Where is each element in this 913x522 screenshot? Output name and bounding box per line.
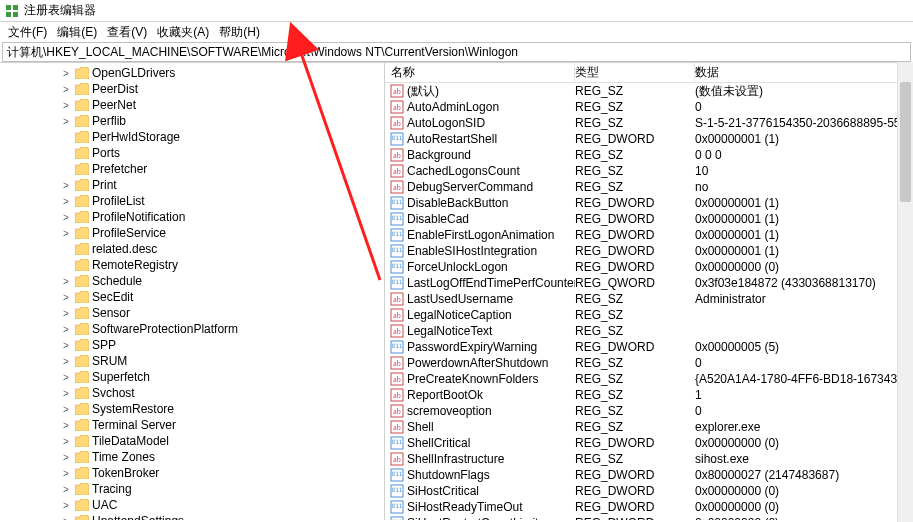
value-row[interactable]: 011LastLogOffEndTimePerfCounterREG_QWORD… xyxy=(385,275,913,291)
value-row[interactable]: 011ShellCriticalREG_DWORD0x00000000 (0) xyxy=(385,435,913,451)
col-header-type[interactable]: 类型 xyxy=(575,63,695,82)
tree-item[interactable]: >UnattendSettings xyxy=(0,513,384,520)
col-header-name[interactable]: 名称 xyxy=(385,63,575,82)
chevron-right-icon[interactable]: > xyxy=(60,356,72,367)
chevron-right-icon[interactable]: > xyxy=(60,436,72,447)
tree-item[interactable]: >Superfetch xyxy=(0,369,384,385)
value-row[interactable]: abReportBootOkREG_SZ1 xyxy=(385,387,913,403)
value-row[interactable]: 011SiHostCriticalREG_DWORD0x00000000 (0) xyxy=(385,483,913,499)
address-bar[interactable]: 计算机\HKEY_LOCAL_MACHINE\SOFTWARE\Microsof… xyxy=(2,42,911,62)
svg-text:ab: ab xyxy=(393,183,401,192)
tree-item[interactable]: PerHwIdStorage xyxy=(0,129,384,145)
chevron-right-icon[interactable]: > xyxy=(60,68,72,79)
chevron-right-icon[interactable]: > xyxy=(60,372,72,383)
tree-item[interactable]: >SRUM xyxy=(0,353,384,369)
tree-item[interactable]: >Terminal Server xyxy=(0,417,384,433)
menu-help[interactable]: 帮助(H) xyxy=(215,24,264,41)
chevron-right-icon[interactable]: > xyxy=(60,340,72,351)
value-row[interactable]: abShellREG_SZexplorer.exe xyxy=(385,419,913,435)
value-row[interactable]: 011SiHostReadyTimeOutREG_DWORD0x00000000… xyxy=(385,499,913,515)
tree-item[interactable]: >SoftwareProtectionPlatform xyxy=(0,321,384,337)
tree-item[interactable]: >ProfileList xyxy=(0,193,384,209)
value-row[interactable]: abLegalNoticeTextREG_SZ xyxy=(385,323,913,339)
binary-value-icon: 011 xyxy=(389,212,405,226)
tree-item[interactable]: >SystemRestore xyxy=(0,401,384,417)
tree-item[interactable]: >TileDataModel xyxy=(0,433,384,449)
chevron-right-icon[interactable]: > xyxy=(60,276,72,287)
value-row[interactable]: abPreCreateKnownFoldersREG_SZ{A520A1A4-1… xyxy=(385,371,913,387)
tree-item[interactable]: Ports xyxy=(0,145,384,161)
value-row[interactable]: abLegalNoticeCaptionREG_SZ xyxy=(385,307,913,323)
tree-pane[interactable]: >OpenGLDrivers>PeerDist>PeerNet>PerflibP… xyxy=(0,63,385,520)
value-row[interactable]: 011AutoRestartShellREG_DWORD0x00000001 (… xyxy=(385,131,913,147)
value-row[interactable]: abLastUsedUsernameREG_SZAdministrator xyxy=(385,291,913,307)
col-header-data[interactable]: 数据 xyxy=(695,63,913,82)
value-row[interactable]: abscremoveoptionREG_SZ0 xyxy=(385,403,913,419)
value-row[interactable]: abShellInfrastructureREG_SZsihost.exe xyxy=(385,451,913,467)
chevron-right-icon[interactable]: > xyxy=(60,452,72,463)
tree-item[interactable]: >Sensor xyxy=(0,305,384,321)
tree-item[interactable]: >SecEdit xyxy=(0,289,384,305)
tree-item[interactable]: >Time Zones xyxy=(0,449,384,465)
menu-edit[interactable]: 编辑(E) xyxy=(53,24,101,41)
vertical-scrollbar[interactable] xyxy=(897,62,913,522)
value-row[interactable]: 011EnableFirstLogonAnimationREG_DWORD0x0… xyxy=(385,227,913,243)
tree-item[interactable]: related.desc xyxy=(0,241,384,257)
value-row[interactable]: 011SiHostRestartCountLimitREG_DWORD0x000… xyxy=(385,515,913,520)
tree-item[interactable]: >PeerNet xyxy=(0,97,384,113)
chevron-right-icon[interactable]: > xyxy=(60,180,72,191)
chevron-right-icon[interactable]: > xyxy=(60,516,72,521)
list-pane[interactable]: 名称 类型 数据 ab(默认)REG_SZ(数值未设置)abAutoAdminL… xyxy=(385,63,913,520)
chevron-right-icon[interactable]: > xyxy=(60,324,72,335)
value-row[interactable]: 011ForceUnlockLogonREG_DWORD0x00000000 (… xyxy=(385,259,913,275)
chevron-right-icon[interactable]: > xyxy=(60,212,72,223)
chevron-right-icon[interactable]: > xyxy=(60,228,72,239)
string-value-icon: ab xyxy=(389,292,405,306)
chevron-right-icon[interactable]: > xyxy=(60,420,72,431)
value-row[interactable]: abBackgroundREG_SZ0 0 0 xyxy=(385,147,913,163)
menu-file[interactable]: 文件(F) xyxy=(4,24,51,41)
chevron-right-icon[interactable]: > xyxy=(60,292,72,303)
tree-item[interactable]: >SPP xyxy=(0,337,384,353)
tree-item[interactable]: >UAC xyxy=(0,497,384,513)
chevron-right-icon[interactable]: > xyxy=(60,116,72,127)
tree-item[interactable]: >Schedule xyxy=(0,273,384,289)
value-row[interactable]: abAutoAdminLogonREG_SZ0 xyxy=(385,99,913,115)
tree-item[interactable]: >PeerDist xyxy=(0,81,384,97)
value-row[interactable]: 011PasswordExpiryWarningREG_DWORD0x00000… xyxy=(385,339,913,355)
tree-item[interactable]: >ProfileNotification xyxy=(0,209,384,225)
tree-item[interactable]: >Tracing xyxy=(0,481,384,497)
tree-item[interactable]: RemoteRegistry xyxy=(0,257,384,273)
chevron-right-icon[interactable]: > xyxy=(60,388,72,399)
tree-item[interactable]: >Perflib xyxy=(0,113,384,129)
chevron-right-icon[interactable]: > xyxy=(60,404,72,415)
value-row[interactable]: 011DisableCadREG_DWORD0x00000001 (1) xyxy=(385,211,913,227)
tree-item[interactable]: >TokenBroker xyxy=(0,465,384,481)
tree-item[interactable]: >ProfileService xyxy=(0,225,384,241)
value-row[interactable]: 011EnableSIHostIntegrationREG_DWORD0x000… xyxy=(385,243,913,259)
tree-item[interactable]: Prefetcher xyxy=(0,161,384,177)
value-row[interactable]: 011DisableBackButtonREG_DWORD0x00000001 … xyxy=(385,195,913,211)
value-row[interactable]: ab(默认)REG_SZ(数值未设置) xyxy=(385,83,913,99)
chevron-right-icon[interactable]: > xyxy=(60,100,72,111)
tree-item-label: TokenBroker xyxy=(92,466,159,480)
menu-view[interactable]: 查看(V) xyxy=(103,24,151,41)
menu-favorites[interactable]: 收藏夹(A) xyxy=(153,24,213,41)
chevron-right-icon[interactable]: > xyxy=(60,196,72,207)
tree-item[interactable]: >Svchost xyxy=(0,385,384,401)
folder-icon xyxy=(74,466,90,480)
scrollbar-thumb[interactable] xyxy=(900,82,911,202)
chevron-right-icon[interactable]: > xyxy=(60,484,72,495)
chevron-right-icon[interactable]: > xyxy=(60,468,72,479)
binary-value-icon: 011 xyxy=(389,516,405,520)
value-row[interactable]: abPowerdownAfterShutdownREG_SZ0 xyxy=(385,355,913,371)
tree-item[interactable]: >Print xyxy=(0,177,384,193)
chevron-right-icon[interactable]: > xyxy=(60,84,72,95)
value-row[interactable]: 011ShutdownFlagsREG_DWORD0x80000027 (214… xyxy=(385,467,913,483)
chevron-right-icon[interactable]: > xyxy=(60,308,72,319)
value-row[interactable]: abCachedLogonsCountREG_SZ10 xyxy=(385,163,913,179)
value-row[interactable]: abDebugServerCommandREG_SZno xyxy=(385,179,913,195)
tree-item[interactable]: >OpenGLDrivers xyxy=(0,65,384,81)
value-row[interactable]: abAutoLogonSIDREG_SZS-1-5-21-3776154350-… xyxy=(385,115,913,131)
chevron-right-icon[interactable]: > xyxy=(60,500,72,511)
